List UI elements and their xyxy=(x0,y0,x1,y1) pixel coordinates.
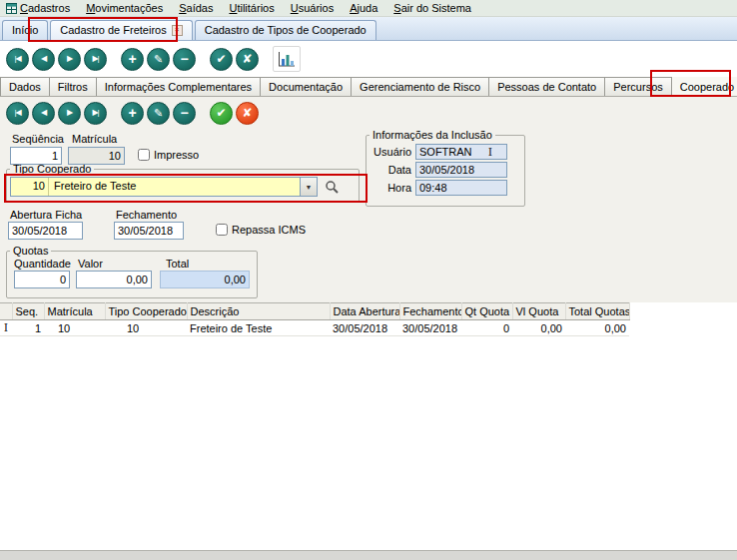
tab-cooperado[interactable]: Cooperado xyxy=(671,77,737,96)
edit-record-button[interactable]: ✎ xyxy=(147,48,170,71)
quantidade-field[interactable]: 0 xyxy=(14,271,70,288)
next-record-button-2[interactable]: ▶ xyxy=(58,102,81,125)
last-record-icon: ▶| xyxy=(92,109,98,117)
cell-total-quotas: 0,00 xyxy=(565,320,629,336)
record-tab-strip: Dados Filtros Informações Complementares… xyxy=(0,77,737,97)
next-record-icon: ▶ xyxy=(67,109,72,117)
inclusao-group-label: Informações da Inclusão xyxy=(369,129,495,141)
tab-informacoes-complementares-label: Informações Complementares xyxy=(105,81,252,93)
col-seq[interactable]: Seq. xyxy=(12,303,44,320)
cell-qt-quota: 0 xyxy=(461,320,512,336)
prev-record-icon: ◀ xyxy=(41,55,46,63)
tab-dados[interactable]: Dados xyxy=(0,77,50,96)
cell-seq: 1 xyxy=(12,320,44,336)
tab-gerenciamento-de-risco[interactable]: Gerenciamento de Risco xyxy=(351,77,489,96)
tab-gerenciamento-de-risco-label: Gerenciamento de Risco xyxy=(360,81,480,93)
usuario-field[interactable]: SOFTRANI xyxy=(415,144,507,160)
table-row[interactable]: I 1 10 10 Freteiro de Teste 30/05/2018 3… xyxy=(0,320,629,336)
tab-informacoes-complementares[interactable]: Informações Complementares xyxy=(96,77,261,96)
fechamento-label: Fechamento xyxy=(116,209,177,221)
data-value: 30/05/2018 xyxy=(419,164,474,176)
menu-item-saidas[interactable]: Saídas xyxy=(179,2,213,14)
combo-dropdown-icon[interactable]: ▼ xyxy=(300,178,317,196)
menu-label-movimentacoes: Movimentações xyxy=(86,2,163,14)
tab-percursos-label: Percursos xyxy=(613,81,663,93)
col-qt-quota[interactable]: Qt Quota xyxy=(461,303,512,320)
col-tipo-cooperado[interactable]: Tipo Cooperado xyxy=(105,303,187,320)
valor-field[interactable]: 0,00 xyxy=(76,271,152,288)
tipo-cooperado-groupbox: Tipo Cooperado 10 Freteiro de Teste ▼ xyxy=(6,163,360,203)
menu-label-ajuda: Ajuda xyxy=(350,2,377,14)
add-record-button-2[interactable]: + xyxy=(121,102,144,125)
menu-item-usuarios[interactable]: Usuários xyxy=(291,2,334,14)
confirm-button[interactable]: ✔ xyxy=(210,48,233,71)
edit-record-button-2[interactable]: ✎ xyxy=(147,102,170,125)
col-descricao[interactable]: Descrição xyxy=(187,303,330,320)
bar-chart-icon xyxy=(278,51,296,67)
col-fechamento[interactable]: Fechamento xyxy=(399,303,461,320)
col-matricula[interactable]: Matrícula xyxy=(44,303,105,320)
cooperado-toolbar: |◀ ◀ ▶ ▶| + ✎ − ✔ ✘ xyxy=(0,97,737,129)
tipo-cooperado-group-label: Tipo Cooperado xyxy=(10,163,94,175)
close-tab-icon[interactable]: × xyxy=(172,25,183,36)
tab-percursos[interactable]: Percursos xyxy=(604,77,672,96)
cell-fechamento: 30/05/2018 xyxy=(399,320,461,336)
first-record-button-2[interactable]: |◀ xyxy=(6,102,29,125)
menu-label-saidas: Saídas xyxy=(179,2,213,14)
first-record-button[interactable]: |◀ xyxy=(6,48,29,71)
cancel-button-2[interactable]: ✘ xyxy=(236,102,259,125)
grid-header-row: Seq. Matrícula Tipo Cooperado Descrição … xyxy=(0,303,629,320)
col-total-quotas[interactable]: Total Quotas xyxy=(565,303,629,320)
fechamento-field[interactable]: 30/05/2018 xyxy=(114,222,184,240)
abertura-ficha-field[interactable]: 30/05/2018 xyxy=(8,222,83,240)
impresso-checkbox-input[interactable] xyxy=(138,149,150,161)
last-record-button-2[interactable]: ▶| xyxy=(84,102,107,125)
menu-item-cadastros[interactable]: Cadastros xyxy=(6,2,70,14)
prev-record-button[interactable]: ◀ xyxy=(32,48,55,71)
magnifier-icon xyxy=(325,180,340,195)
repassa-icms-checkbox-input[interactable] xyxy=(216,224,228,236)
data-field[interactable]: 30/05/2018 xyxy=(415,162,507,178)
bottom-window-edge xyxy=(0,550,737,560)
menu-label-utilitarios: Utilitários xyxy=(229,2,274,14)
tab-documentacao[interactable]: Documentação xyxy=(260,77,352,96)
delete-record-button[interactable]: − xyxy=(173,48,196,71)
quantidade-label: Quantidade xyxy=(14,258,71,270)
impresso-checkbox[interactable]: Impresso xyxy=(138,149,199,161)
tab-cadastro-de-tipos-de-cooperado-label: Cadastro de Tipos de Cooperado xyxy=(205,24,367,36)
tipo-cooperado-combobox[interactable]: 10 Freteiro de Teste ▼ xyxy=(10,177,318,197)
confirm-button-2[interactable]: ✔ xyxy=(210,102,233,125)
nav-button-group-2: |◀ ◀ ▶ ▶| xyxy=(6,102,107,125)
last-record-button[interactable]: ▶| xyxy=(84,48,107,71)
menu-item-ajuda[interactable]: Ajuda xyxy=(350,2,377,14)
tab-cadastro-de-freteiros-label: Cadastro de Freteiros xyxy=(60,24,166,36)
cancel-button[interactable]: ✘ xyxy=(236,48,259,71)
tab-cadastro-de-tipos-de-cooperado[interactable]: Cadastro de Tipos de Cooperado xyxy=(195,20,376,40)
next-record-icon: ▶ xyxy=(67,55,72,63)
menu-item-utilitarios[interactable]: Utilitários xyxy=(229,2,274,14)
hora-field[interactable]: 09:48 xyxy=(415,180,507,196)
tab-inicio[interactable]: Início xyxy=(2,20,48,40)
hora-label: Hora xyxy=(369,182,411,194)
add-record-button[interactable]: + xyxy=(121,48,144,71)
confirm-check-icon: ✔ xyxy=(216,107,226,119)
col-vl-quota[interactable]: Vl Quota xyxy=(512,303,565,320)
prev-record-button-2[interactable]: ◀ xyxy=(32,102,55,125)
menu-item-movimentacoes[interactable]: Movimentações xyxy=(86,2,163,14)
col-data-abertura[interactable]: Data Abertura xyxy=(330,303,399,320)
menu-item-sair-do-sistema[interactable]: Sair do Sistema xyxy=(393,2,471,14)
quotas-group-label: Quotas xyxy=(10,245,51,257)
tab-filtros[interactable]: Filtros xyxy=(49,77,97,96)
impresso-checkbox-label: Impresso xyxy=(154,149,199,161)
tab-cadastro-de-freteiros[interactable]: Cadastro de Freteiros × xyxy=(50,20,192,40)
tipo-cooperado-search-button[interactable] xyxy=(322,177,342,197)
tipo-cooperado-code: 10 xyxy=(11,178,49,196)
chart-button[interactable] xyxy=(273,46,301,72)
next-record-button[interactable]: ▶ xyxy=(58,48,81,71)
tab-pessoas-de-contato[interactable]: Pessoas de Contato xyxy=(488,77,605,96)
tipo-cooperado-body: 10 Freteiro de Teste ▼ xyxy=(10,176,356,197)
matricula-label: Matrícula xyxy=(72,133,117,145)
delete-record-button-2[interactable]: − xyxy=(173,102,196,125)
tab-cooperado-label: Cooperado xyxy=(680,81,734,93)
repassa-icms-checkbox[interactable]: Repassa ICMS xyxy=(216,224,306,236)
